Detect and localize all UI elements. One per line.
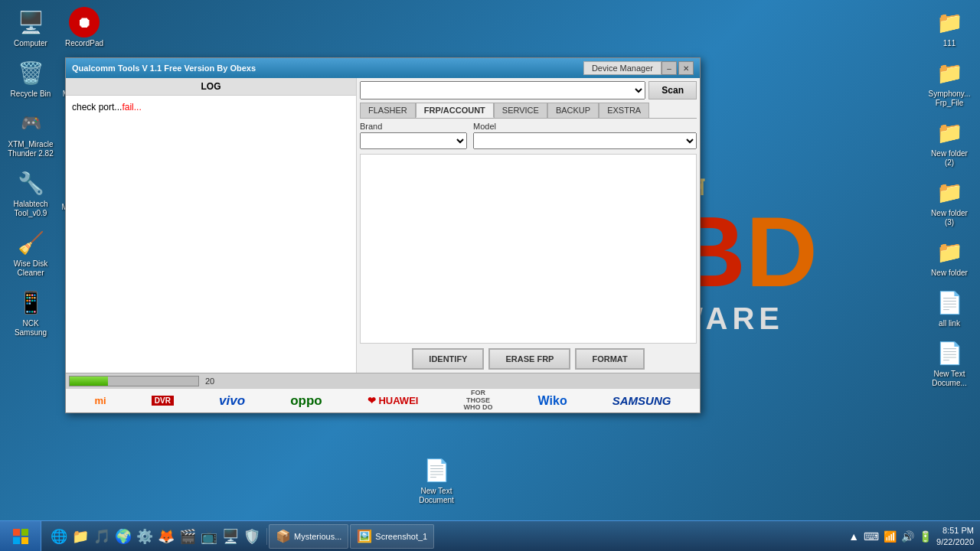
computer-label: Computer [14,39,47,48]
progress-bar-container [69,376,199,386]
log-content: check port...fail... [66,96,356,373]
newfolder2-icon: 📁 [934,117,965,148]
desktop: বান B D WARE 🖥️ Computer 🗑️ Recycle Bin … [0,0,980,551]
folder-111-icon: 📁 [934,7,965,37]
identify-button[interactable]: IDENTIFY [412,348,484,370]
taskbar-item-screenshot[interactable]: 🖼️ Screenshot_1 [350,524,434,549]
model-label: Model [473,122,697,131]
tray-clock[interactable]: 8:51 PM 9/22/2020 [936,525,974,547]
brand-column: Brand [360,122,467,149]
taskbar-media2-icon[interactable]: 🎬 [179,528,196,545]
mysterious-taskbar-label: Mysterious... [294,532,341,541]
newtextdoc-icon: 📄 [934,337,965,368]
brand-select[interactable] [360,132,467,149]
mysterious-taskbar-icon: 📦 [276,529,291,543]
recycle-label: Recycle Bin [11,90,51,99]
alllink-label: all link [939,319,960,328]
taskbar-settings-icon[interactable]: ⚙️ [136,528,153,545]
folder-111-label: 111 [943,39,956,48]
right-panel: Scan FLASHER FRP/ACCOUNT SERVICE BACKUP … [357,78,700,373]
desktop-icon-recordpad[interactable]: ⏺ RecordPad [57,4,111,51]
model-column: Model [473,122,697,149]
desktop-icons-right: 📁 111 📁 Symphony... Frp_File 📁 New folde… [923,4,976,391]
new-text-icon: 📄 [421,455,452,485]
taskbar-app3-icon[interactable]: 🛡️ [243,528,260,545]
tray-network-icon[interactable]: 📶 [884,530,897,543]
taskbar-items: 🌐 📁 🎵 🌍 ⚙️ 🦊 🎬 📺 🖥️ 🛡️ 📦 Mysterious... 🖼… [41,524,842,549]
desktop-icon-wise[interactable]: 🧹 Wise Disk Cleaner [4,224,57,281]
desktop-icon-halab[interactable]: 🔧 Halabtech Tool_v0.9 [4,165,57,221]
newfolder2-label: New folder (2) [926,149,973,168]
taskbar-item-mysterious[interactable]: 📦 Mysterious... [269,524,348,549]
desktop-icon-newtextdoc[interactable]: 📄 New Text Docume... [923,334,976,391]
taskbar-chrome-icon[interactable]: 🌍 [115,528,132,545]
brand-label: Brand [360,122,467,131]
tray-keyboard-icon[interactable]: ⌨ [864,530,879,543]
desktop-icon-symphony[interactable]: 📁 Symphony... Frp_File [923,54,976,111]
desktop-icon-computer[interactable]: 🖥️ Computer [4,4,57,51]
taskbar-ie-icon[interactable]: 🌐 [51,528,67,545]
tray-date: 9/22/2020 [936,536,974,547]
wiko-logo: Wiko [538,394,567,408]
svg-rect-1 [21,529,28,536]
log-header: LOG [66,78,356,96]
tray-chevron-icon[interactable]: ▲ [848,530,859,543]
taskbar-app1-icon[interactable]: 📺 [201,528,217,545]
xtm-label: XTM_Miracle Thunder 2.82 [7,140,54,158]
recordpad-icon: ⏺ [69,7,100,37]
desktop-icon-111[interactable]: 📁 111 [923,4,976,51]
erase-frp-button[interactable]: ERASE FRP [488,348,570,370]
newfolder3-icon: 📁 [934,177,965,207]
desktop-icon-recycle[interactable]: 🗑️ Recycle Bin [4,54,57,102]
tray-battery-icon[interactable]: 🔋 [919,530,932,543]
tray-volume-icon[interactable]: 🔊 [901,530,914,543]
taskbar-firefox-icon[interactable]: 🦊 [158,528,175,545]
bg-text-d: D [746,202,818,302]
desktop-icon-newfolder3[interactable]: 📁 New folder (3) [923,174,976,230]
oppo-logo: oppo [290,393,322,409]
vivo-logo: vivo [219,393,245,409]
newfolder3-label: New folder (3) [926,209,973,227]
brand-model-row: Brand Model [360,122,697,149]
wise-label: Wise Disk Cleaner [7,259,54,278]
minimize-button[interactable]: – [662,61,677,75]
desktop-icon-xtm[interactable]: 🎮 XTM_Miracle Thunder 2.82 [4,105,57,161]
wise-icon: 🧹 [15,227,46,258]
action-buttons: IDENTIFY ERASE FRP FORMAT [360,348,697,370]
app-title: Qualcomm Tools V 1.1 Free Version By Obe… [72,64,583,73]
desktop-icon-nck[interactable]: 📱 NCK Samsung [4,284,57,341]
alllink-icon: 📄 [934,287,965,318]
tab-frp-account[interactable]: FRP/ACCOUNT [416,103,494,118]
tab-backup[interactable]: BACKUP [547,103,599,118]
log-text-prefix: check port... [72,102,122,112]
mi-logo: mi [95,395,106,406]
format-button[interactable]: FORMAT [575,348,644,370]
close-button[interactable]: ✕ [678,61,694,75]
desktop-icon-new-text[interactable]: 📄 New Text Document [410,452,463,508]
title-bar-buttons: – ✕ [662,61,694,75]
desktop-icon-alllink[interactable]: 📄 all link [923,284,976,331]
scan-button[interactable]: Scan [648,81,697,99]
taskbar-app2-icon[interactable]: 🖥️ [222,528,239,545]
newfolder-label: New folder [931,269,968,278]
tab-service[interactable]: SERVICE [494,103,547,118]
recordpad-label: RecordPad [65,39,103,48]
computer-icon: 🖥️ [15,7,46,37]
model-select[interactable] [473,132,697,149]
desktop-icon-newfolder[interactable]: 📁 New folder [923,233,976,281]
forthosewho-logo: FORTHOSEWHO DO [464,390,493,412]
port-select[interactable] [360,81,645,99]
main-content-area [360,154,697,344]
nck-label: NCK Samsung [7,319,54,337]
halab-label: Halabtech Tool_v0.9 [7,200,54,218]
log-text-error: fail... [122,102,141,112]
tab-flasher[interactable]: FLASHER [360,103,416,118]
progress-bar-fill [70,377,108,386]
taskbar-media-icon[interactable]: 🎵 [93,528,110,545]
taskbar-folder-icon[interactable]: 📁 [72,528,89,545]
brand-logos-bar: mi DVR vivo oppo ❤ HUAWEI FORTHOSEWHO DO… [66,388,700,412]
device-manager-button[interactable]: Device Manager [583,61,662,75]
desktop-icon-newfolder2[interactable]: 📁 New folder (2) [923,114,976,171]
start-button[interactable] [0,521,41,552]
tab-exstra[interactable]: EXSTRA [599,103,649,118]
